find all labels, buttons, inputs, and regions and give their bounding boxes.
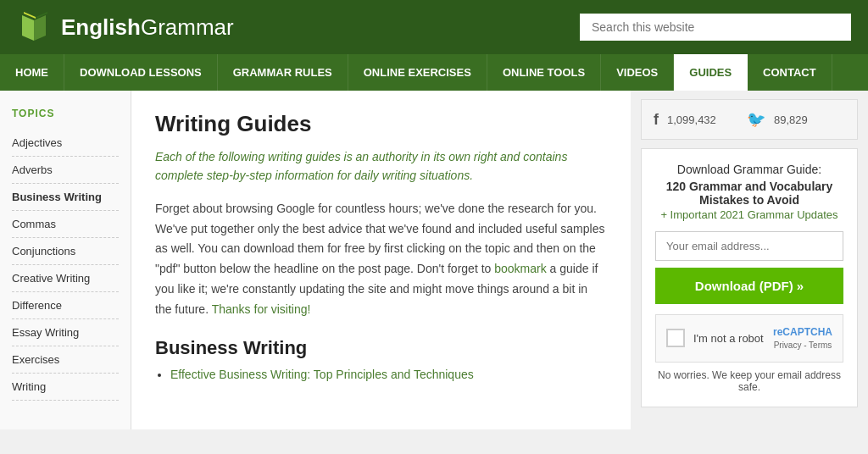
- content-list: Effective Business Writing: Top Principl…: [155, 368, 607, 381]
- list-item: Effective Business Writing: Top Principl…: [170, 368, 607, 381]
- sidebar-item-adverbs[interactable]: Adverbs: [12, 157, 119, 184]
- logo-area[interactable]: EnglishGrammar: [17, 8, 234, 46]
- sidebar-item-creative-writing[interactable]: Creative Writing: [12, 265, 119, 292]
- nav-item-online-exercises[interactable]: ONLINE EXERCISES: [348, 54, 487, 91]
- recaptcha-sub: Privacy - Terms: [774, 340, 832, 350]
- sidebar-item-commas[interactable]: Commas: [12, 211, 119, 238]
- email-signup-box: Download Grammar Guide: 120 Grammar and …: [641, 148, 858, 407]
- email-box-subtitle: 120 Grammar and Vocabulary Mistakes to A…: [655, 180, 843, 207]
- safe-text: No worries. We keep your email address s…: [655, 369, 843, 393]
- recaptcha-checkbox[interactable]: [666, 329, 685, 347]
- intro-text: Each of the following writing guides is …: [155, 147, 607, 185]
- twitter-count: 89,829: [774, 114, 845, 126]
- sidebar-item-exercises[interactable]: Exercises: [12, 346, 119, 374]
- nav-item-grammar-rules[interactable]: GRAMMAR RULES: [218, 54, 348, 91]
- recaptcha-label: I'm not a robot: [693, 332, 765, 345]
- nav-item-contact[interactable]: CONTACT: [748, 54, 832, 91]
- email-box-title: Download Grammar Guide:: [655, 163, 843, 176]
- social-bar: f 1,099,432 🐦 89,829: [641, 99, 858, 140]
- facebook-count: 1,099,432: [667, 114, 738, 126]
- sidebar-items: AdjectivesAdverbsBusiness WritingCommasC…: [12, 130, 119, 401]
- list-link-1[interactable]: Effective Business Writing: Top Principl…: [170, 368, 474, 381]
- sidebar-item-essay-writing[interactable]: Essay Writing: [12, 319, 119, 346]
- thanks-link[interactable]: Thanks for visiting!: [212, 302, 311, 316]
- main-nav: HOMEDOWNLOAD LESSONSGRAMMAR RULESONLINE …: [0, 54, 868, 91]
- recaptcha-box: I'm not a robot reCAPTCHA Privacy - Term…: [655, 314, 843, 363]
- nav-item-videos[interactable]: VIDEOS: [601, 54, 674, 91]
- facebook-icon: f: [654, 111, 659, 129]
- email-input[interactable]: [655, 231, 843, 261]
- recaptcha-logo: reCAPTCHA Privacy - Terms: [773, 325, 832, 352]
- sidebar-item-writing[interactable]: Writing: [12, 374, 119, 401]
- sidebar-item-adjectives[interactable]: Adjectives: [12, 130, 119, 157]
- topics-label: TOPICS: [12, 108, 119, 119]
- twitter-icon: 🐦: [747, 110, 765, 129]
- content-area: Writing Guides Each of the following wri…: [131, 91, 631, 429]
- logo-text: EnglishGrammar: [61, 14, 234, 41]
- bookmark-link[interactable]: bookmark: [494, 262, 546, 275]
- nav-item-download-lessons[interactable]: DOWNLOAD LESSONS: [64, 54, 218, 91]
- sidebar-item-business-writing[interactable]: Business Writing: [12, 184, 119, 211]
- sidebar-item-conjunctions[interactable]: Conjunctions: [12, 238, 119, 265]
- sidebar-item-difference[interactable]: Difference: [12, 292, 119, 319]
- subheading: Business Writing: [155, 337, 607, 359]
- nav-item-guides[interactable]: GUIDES: [674, 54, 748, 91]
- email-box-update: + Important 2021 Grammar Updates: [655, 208, 843, 221]
- nav-item-online-tools[interactable]: ONLINE TOOLS: [487, 54, 601, 91]
- header: EnglishGrammar: [0, 0, 868, 54]
- sidebar: TOPICS AdjectivesAdverbsBusiness Writing…: [0, 91, 131, 429]
- right-sidebar: f 1,099,432 🐦 89,829 Download Grammar Gu…: [631, 91, 868, 429]
- page-title: Writing Guides: [155, 111, 607, 137]
- body-text: Forget about browsing Google for countle…: [155, 199, 607, 320]
- logo-icon: [17, 8, 54, 46]
- search-input[interactable]: [580, 14, 851, 41]
- nav-item-home[interactable]: HOME: [0, 54, 64, 91]
- main-layout: TOPICS AdjectivesAdverbsBusiness Writing…: [0, 91, 868, 429]
- download-pdf-button[interactable]: Download (PDF) »: [655, 268, 843, 304]
- recaptcha-brand: reCAPTCHA: [773, 325, 832, 340]
